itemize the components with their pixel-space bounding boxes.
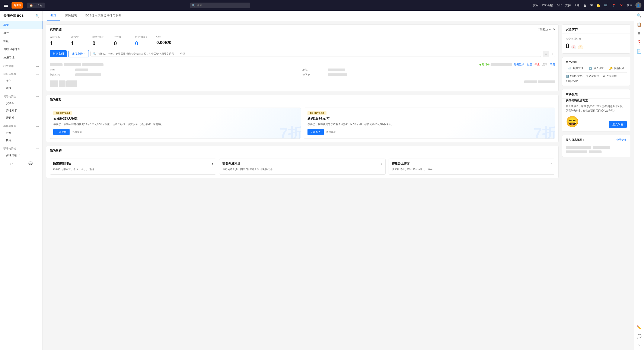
security-total-value: 0 0 0: [566, 42, 627, 50]
op-log-view-more[interactable]: 查看更多: [616, 138, 627, 142]
sidebar-item-overview[interactable]: 概览: [0, 21, 42, 29]
rs-clipboard-icon[interactable]: 📋: [637, 22, 642, 27]
section-more-icon-instance[interactable]: ⋯: [36, 72, 39, 76]
cart-icon-wrapper[interactable]: 🛒: [604, 4, 608, 8]
create-instance-btn[interactable]: 创建实例: [50, 50, 67, 57]
stop-btn[interactable]: 停止: [534, 63, 540, 66]
instance-search-box[interactable]: 🔍: [90, 51, 541, 57]
logo[interactable]: 阿里云: [12, 2, 22, 8]
instance-checkbox[interactable]: [50, 64, 62, 66]
section-more-icon-deploy[interactable]: ⋯: [36, 147, 39, 150]
sidebar-item-keypair[interactable]: 密钥对: [0, 114, 42, 122]
rs-chevron-right-icon[interactable]: ›: [638, 343, 640, 348]
nav-breadcrumb[interactable]: 🏠 工作台: [27, 2, 44, 8]
sidebar-item-events[interactable]: 事件: [0, 29, 42, 37]
benefit-tag-0: 【老用户专享】: [53, 111, 72, 115]
sidebar-item-snapshot[interactable]: 快照: [0, 136, 42, 144]
detail-label-public-ip: 公网IP: [302, 73, 328, 76]
func-link-help[interactable]: ℹ️ 帮助与文档: [566, 74, 582, 78]
sidebar-item-troubleshoot[interactable]: 自助问题排查: [0, 45, 42, 53]
instance-search-input[interactable]: [98, 52, 539, 55]
func-link-product-detail[interactable]: <> 产品详情: [602, 74, 617, 78]
migrate-cloud-btn[interactable]: 迁移上云 ↗: [68, 50, 89, 58]
stat-recent-created: 近期创建 ℹ 0: [135, 35, 152, 47]
func-item-user-settings[interactable]: ⚙️ 用户设置: [588, 66, 604, 70]
refresh-icon[interactable]: ↻: [552, 28, 555, 31]
tab-overview[interactable]: 概览: [47, 11, 60, 21]
func-item-quota[interactable]: 🔑 权益配额: [609, 66, 624, 70]
mail-icon-wrapper[interactable]: ✉: [590, 4, 593, 8]
nav-link-enterprise[interactable]: 企业: [556, 4, 562, 7]
start-btn[interactable]: 启动: [542, 63, 547, 66]
left-sidebar: 云服务器 ECS 🔍 概览 事件 标签 自助问题排查 应用管理 我的常用 ⋯ 实…: [0, 11, 43, 350]
sidebar-bottom-chat-icon[interactable]: 💬: [28, 161, 33, 166]
sidebar-search-icon[interactable]: 🔍: [36, 14, 39, 18]
op-log-header: 操作日志概览 ℹ 查看更多: [562, 135, 630, 144]
sidebar-item-image[interactable]: 镜像: [0, 84, 42, 92]
renew-icon: 🛒: [568, 67, 572, 70]
sidebar-item-security-group[interactable]: 安全组: [0, 100, 42, 107]
rs-grid-icon[interactable]: ⊞: [638, 31, 640, 36]
tutorial-card-0[interactable]: 快速搭建网站 › 本教程适用企业、个人，基于开源的...: [50, 158, 216, 174]
grid-view-btn[interactable]: ⊞: [549, 51, 555, 57]
rs-search-icon[interactable]: 🔍: [637, 13, 642, 18]
sidebar-item-tags[interactable]: 标签: [0, 37, 42, 45]
benefit-rules-btn-0[interactable]: 使用规则: [72, 130, 82, 134]
export-btn[interactable]: 导出数据 ▾: [537, 28, 551, 31]
sidebar-item-elastic-scale[interactable]: 弹性伸缩 ↗: [0, 152, 42, 159]
nav-link-ticket[interactable]: 工单: [574, 4, 580, 7]
sidebar-bottom-switch-icon[interactable]: ⇄: [10, 161, 13, 166]
notification-icon-wrapper[interactable]: 🖨: [583, 4, 586, 7]
sidebar-item-app-mgmt[interactable]: 应用管理: [0, 53, 42, 62]
instance-details: 名称 地域 创建时间 公网IP: [50, 68, 555, 76]
security-badge-0: 0: [571, 46, 576, 49]
renew-btn[interactable]: 续费: [550, 63, 555, 66]
rs-edit-icon[interactable]: ✏️: [637, 325, 642, 330]
rs-doc-icon[interactable]: 📄: [637, 49, 642, 54]
tab-resource-report[interactable]: 资源报表: [62, 11, 80, 21]
location-icon-wrapper[interactable]: 📍: [612, 4, 616, 8]
rs-chat-icon[interactable]: 💬: [637, 334, 642, 339]
restart-btn[interactable]: 重启: [527, 63, 532, 66]
help-doc-icon: ℹ️: [566, 75, 569, 78]
cart-icon: 🛒: [604, 4, 608, 8]
global-search-input[interactable]: [190, 2, 250, 8]
sidebar-item-instance[interactable]: 实例: [0, 77, 42, 84]
section-more-icon-common[interactable]: ⋯: [36, 65, 39, 68]
func-link-price[interactable]: ◎ 产品价格: [586, 74, 599, 78]
tutorial-card-2[interactable]: 搭建云上博客 › 快速搭建基于WordPress的云上博客，...: [388, 158, 555, 174]
list-view-btn[interactable]: ☰: [543, 51, 549, 57]
func-item-renew[interactable]: 🛒 续费管理: [568, 66, 584, 70]
stat-value-cloud-server: 1: [50, 40, 67, 47]
nav-link-fee[interactable]: 费用: [533, 4, 538, 7]
benefit-rules-btn-1[interactable]: 使用规则: [326, 130, 336, 134]
stat-value-recent-created: 0: [135, 40, 152, 47]
nav-link-icp[interactable]: ICP 备案: [542, 4, 553, 7]
user-avatar[interactable]: 👤: [636, 2, 642, 8]
benefit-buy-btn-1[interactable]: 立即购买: [308, 129, 324, 135]
help-icon-wrapper[interactable]: ❓: [619, 4, 624, 8]
func-link-openapi[interactable]: ≡ OpenAPI: [566, 80, 578, 82]
enter-survey-btn[interactable]: 进入问卷: [609, 121, 627, 128]
section-more-icon-network[interactable]: ⋯: [36, 95, 39, 98]
tutorial-card-1[interactable]: 部署开发环境 › 通过简单几步，图中7种主流开发环境轻松部...: [219, 158, 386, 174]
sidebar-item-elastic-nic[interactable]: 弹性网卡: [0, 107, 42, 114]
home-icon: 🏠: [30, 4, 33, 7]
security-total-label: 安全问题总数: [566, 37, 627, 41]
benefit-use-btn-0[interactable]: 立即使用: [53, 129, 70, 135]
rs-help-icon[interactable]: ❓: [637, 40, 642, 45]
nav-link-support[interactable]: 支持: [565, 4, 571, 7]
remote-connect-btn[interactable]: 远程连接: [514, 63, 524, 66]
price-icon: ◎: [586, 75, 588, 78]
bell-icon-wrapper[interactable]: 🔔: [596, 4, 600, 8]
right-panel: 安全防护 安全问题总数 0 0 0 常用功能: [562, 24, 630, 178]
hamburger-menu[interactable]: [2, 2, 10, 9]
lang-btn[interactable]: 简体: [627, 4, 632, 7]
tab-maturity[interactable]: ECS使用成熟度评估与洞察: [82, 11, 125, 21]
tutorials-grid: 快速搭建网站 › 本教程适用企业、个人，基于开源的... 部署开发环境 › 通过…: [46, 155, 558, 178]
sidebar-item-disk[interactable]: 云盘: [0, 129, 42, 136]
reminder-card-title: 块存储满意度调查: [566, 98, 627, 102]
benefit-card-0: 【老用户专享】 云服务器3大权益 恭喜您，获得云服务器新购99元/199元/29…: [50, 108, 301, 139]
status-dot: [480, 64, 481, 66]
section-more-icon-storage[interactable]: ⋯: [36, 125, 39, 128]
